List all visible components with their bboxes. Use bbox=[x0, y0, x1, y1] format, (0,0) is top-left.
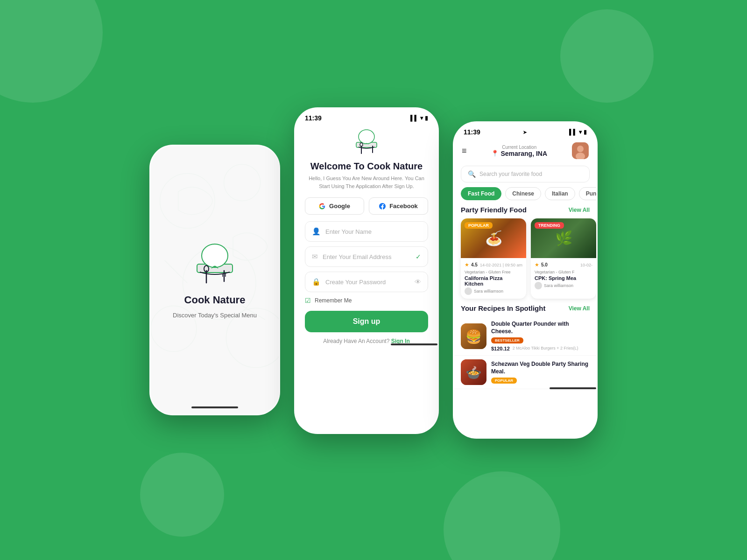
svg-point-23 bbox=[577, 146, 584, 152]
food-type-2: Vegetarian - Gluten F bbox=[535, 270, 592, 274]
rating-2: 5.0 bbox=[541, 262, 548, 267]
author-row-1: Sara williamson bbox=[465, 287, 522, 295]
party-section-header: Party Friendly Food View All bbox=[454, 206, 596, 218]
food-card-image-2: 🌿 TRENDING bbox=[531, 218, 596, 258]
phone-signup: 11:39 ▌▌ ▾ ▮ Welcome To Cook Nature Hell… bbox=[294, 107, 439, 434]
popular-badge-2: POPULAR bbox=[491, 378, 517, 384]
burger-image: 🍔 bbox=[461, 323, 486, 349]
email-input[interactable]: ✉ Enter Your Email Address ✓ bbox=[305, 246, 428, 267]
spotlight-view-all[interactable]: View All bbox=[569, 305, 590, 312]
password-placeholder: Create Your Password bbox=[325, 279, 386, 286]
curry-icon: 🍲 bbox=[461, 359, 486, 385]
email-placeholder: Enter Your Email Address bbox=[323, 253, 391, 260]
food-card-1[interactable]: 🍝 POPULAR ★ 4.5 14-02-2021 | 09:50 am Ve… bbox=[461, 218, 526, 299]
food-date-1: 14-02-2021 | 09:50 am bbox=[480, 263, 522, 267]
food-type-1: Vegetarian - Gluten Free bbox=[465, 270, 522, 274]
search-placeholder: Search your favorite food bbox=[479, 171, 542, 177]
chef-hat-icon bbox=[187, 242, 243, 288]
popular-badge: POPULAR bbox=[465, 222, 493, 229]
author-name-1: Sara williamson bbox=[474, 289, 503, 294]
spotlight-info-2: Schezwan Veg Double Party Sharing Meal. … bbox=[491, 361, 590, 384]
welcome-title: Welcome To Cook Nature bbox=[310, 161, 423, 172]
password-input[interactable]: 🔒 Create Your Password 👁 bbox=[305, 272, 428, 292]
svg-point-1 bbox=[224, 164, 261, 201]
app-title: Cook Nature bbox=[184, 294, 246, 306]
signup-content: Welcome To Cook Nature Hello, I Guess Yo… bbox=[296, 125, 437, 344]
home-status-time: 11:39 bbox=[464, 128, 480, 136]
location-name: 📍 Semarang, INA bbox=[491, 150, 547, 157]
svg-text:🍲: 🍲 bbox=[465, 365, 482, 380]
spotlight-item-1[interactable]: 🍔 Double Quarter Pounder with Cheese. BE… bbox=[454, 317, 596, 356]
facebook-label: Facebook bbox=[389, 203, 418, 210]
facebook-icon bbox=[379, 203, 386, 210]
signal-icon-home: ▌▌ bbox=[569, 129, 577, 135]
social-buttons: Google Facebook bbox=[305, 197, 428, 215]
lock-icon: 🔒 bbox=[312, 278, 321, 286]
star-icon-1: ★ bbox=[465, 262, 469, 268]
name-input[interactable]: 👤 Enter Your Name bbox=[305, 221, 428, 242]
search-icon: 🔍 bbox=[468, 170, 476, 178]
star-icon-2: ★ bbox=[535, 262, 539, 268]
splash-background: Cook Nature Discover Today's Special Men… bbox=[151, 146, 279, 414]
checkbox-icon[interactable]: ☑ bbox=[305, 297, 311, 304]
home-header: ≡ Current Location 📍 Semarang, INA bbox=[454, 139, 596, 163]
food-card-info-2: ★ 5.0 10-02- Vegetarian - Gluten F CPK: … bbox=[531, 258, 596, 293]
category-punjab[interactable]: Punjab bbox=[579, 187, 596, 200]
svg-point-18 bbox=[359, 130, 374, 144]
food-name-1: California Pizza Kitchen bbox=[465, 275, 522, 287]
party-view-all[interactable]: View All bbox=[569, 207, 590, 213]
app-tagline: Discover Today's Special Menu bbox=[173, 312, 257, 319]
remember-row: ☑ Remember Me bbox=[305, 297, 428, 304]
bg-decoration-1 bbox=[0, 0, 103, 103]
food-name-2: CPK: Spring Mea bbox=[535, 275, 592, 281]
signup-button[interactable]: Sign up bbox=[305, 311, 428, 332]
eye-icon: 👁 bbox=[415, 278, 421, 286]
user-avatar[interactable] bbox=[572, 142, 589, 159]
svg-text:🍔: 🍔 bbox=[465, 329, 482, 344]
rating-row-1: ★ 4.5 14-02-2021 | 09:50 am bbox=[465, 262, 522, 268]
remember-label: Remember Me bbox=[315, 297, 352, 304]
food-date-2: 10-02- bbox=[580, 263, 592, 267]
home-indicator-3 bbox=[550, 387, 596, 389]
home-indicator-2 bbox=[391, 343, 437, 345]
food-cards-row: 🍝 POPULAR ★ 4.5 14-02-2021 | 09:50 am Ve… bbox=[454, 218, 596, 304]
food-card-image-1: 🍝 POPULAR bbox=[461, 218, 526, 258]
signal-icon: ▌▌ bbox=[410, 115, 418, 121]
avatar-image bbox=[572, 142, 589, 159]
trending-badge: TRENDING bbox=[535, 222, 564, 229]
google-button[interactable]: Google bbox=[305, 197, 364, 215]
name-placeholder: Enter Your Name bbox=[325, 228, 372, 235]
splash-logo-area: Cook Nature Discover Today's Special Men… bbox=[173, 242, 257, 319]
food-card-2[interactable]: 🌿 TRENDING ★ 5.0 10-02- Vegetarian - Glu… bbox=[531, 218, 596, 299]
curry-image: 🍲 bbox=[461, 359, 486, 385]
spotlight-desc-1: 2 McAloo Tikki Burgers + 2 Fries(L) bbox=[513, 346, 578, 350]
facebook-button[interactable]: Facebook bbox=[369, 197, 428, 215]
home-status-icons: ▌▌ ▾ ▮ bbox=[569, 129, 587, 135]
spotlight-name-1: Double Quarter Pounder with Cheese. bbox=[491, 321, 590, 335]
status-icons: ▌▌ ▾ ▮ bbox=[410, 115, 428, 121]
welcome-subtitle: Hello, I Guess You Are New Around Here. … bbox=[305, 175, 428, 190]
search-bar[interactable]: 🔍 Search your favorite food bbox=[461, 166, 590, 182]
party-section-title: Party Friendly Food bbox=[461, 206, 527, 214]
phone-splash: Cook Nature Discover Today's Special Men… bbox=[149, 145, 280, 415]
spotlight-item-2[interactable]: 🍲 Schezwan Veg Double Party Sharing Meal… bbox=[454, 356, 596, 389]
check-icon: ✓ bbox=[416, 253, 421, 260]
google-icon bbox=[319, 203, 325, 210]
spotlight-name-2: Schezwan Veg Double Party Sharing Meal. bbox=[491, 361, 590, 375]
wifi-icon: ▾ bbox=[420, 115, 423, 121]
category-italian[interactable]: Italian bbox=[545, 187, 575, 200]
bestseller-badge: BESTSELLER bbox=[491, 337, 523, 343]
location-arrow-icon: ➤ bbox=[523, 130, 527, 135]
food-card-info-1: ★ 4.5 14-02-2021 | 09:50 am Vegetarian -… bbox=[461, 258, 526, 299]
category-fast-food[interactable]: Fast Food bbox=[461, 187, 501, 200]
google-label: Google bbox=[329, 203, 350, 210]
phone-home: 11:39 ➤ ▌▌ ▾ ▮ ≡ Current Location 📍 Sema… bbox=[453, 121, 598, 439]
author-avatar-2 bbox=[535, 282, 542, 289]
spotlight-title: Your Recipes In Spotlight bbox=[461, 304, 545, 312]
author-row-2: Sara williamson bbox=[535, 282, 592, 289]
hamburger-menu[interactable]: ≡ bbox=[462, 146, 467, 156]
current-location-label: Current Location bbox=[491, 145, 547, 150]
email-icon: ✉ bbox=[312, 252, 318, 261]
category-chinese[interactable]: Chinese bbox=[505, 187, 541, 200]
phones-container: Cook Nature Discover Today's Special Men… bbox=[149, 121, 598, 439]
